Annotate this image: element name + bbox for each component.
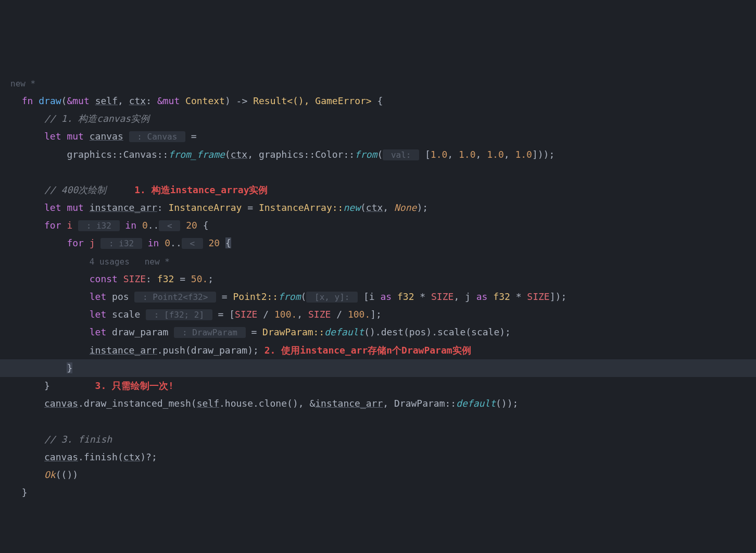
- draw-param-var: draw_param: [112, 326, 168, 337]
- new-fn: new: [343, 202, 360, 213]
- keyword-in: in: [148, 237, 159, 248]
- keyword-mut: mut: [67, 202, 84, 213]
- comment-3: // 3. finish: [44, 434, 112, 445]
- annotation-3: 3. 只需绘制一次!: [95, 380, 174, 391]
- canvas-ref: canvas: [44, 398, 78, 409]
- instance-arr-ref: instance_arr: [315, 398, 383, 409]
- j-var: j: [90, 237, 95, 248]
- top-hint: new *: [10, 79, 35, 89]
- div: /: [263, 309, 269, 320]
- div: /: [336, 309, 342, 320]
- i32-hint: : i32: [78, 220, 119, 231]
- ref-mut: &mut: [67, 95, 89, 106]
- keyword-mut: mut: [67, 131, 84, 142]
- size-const: SIZE: [123, 273, 146, 284]
- ref-mut: &mut: [157, 95, 180, 106]
- eq: =: [218, 309, 224, 320]
- drawparam-hint: : DrawParam: [174, 327, 245, 338]
- num: 100.: [274, 309, 297, 320]
- size-ref: SIZE: [431, 291, 453, 302]
- eq: =: [251, 326, 257, 337]
- num: 50.: [191, 273, 208, 284]
- eq: =: [191, 131, 197, 142]
- num: 1.0: [431, 149, 448, 160]
- none-variant: None: [394, 202, 417, 213]
- pos-var: pos: [112, 291, 129, 302]
- drawparam-ctor: DrawParam::: [262, 326, 324, 337]
- push-call: .push(draw_param);: [157, 345, 259, 356]
- canvas-var: canvas: [90, 131, 123, 142]
- keyword-for: for: [44, 220, 61, 231]
- point2-hint: : Point2<f32>: [134, 292, 216, 303]
- keyword-in: in: [125, 220, 136, 231]
- keyword-for: for: [67, 237, 84, 248]
- house-clone: .house.clone(), &: [219, 398, 315, 409]
- from-frame-fn: from_frame: [168, 149, 224, 160]
- ctor: InstanceArray::: [259, 202, 344, 213]
- end: )?;: [140, 451, 157, 462]
- keyword-fn: fn: [22, 95, 33, 106]
- self-ref: self: [197, 398, 219, 409]
- num: 20: [186, 220, 197, 231]
- ok-body: (()): [56, 469, 78, 480]
- comment-2: // 400次绘制: [44, 184, 106, 195]
- finish-call: .finish(: [78, 451, 123, 462]
- i32-hint: : i32: [100, 238, 142, 249]
- eq: =: [247, 202, 253, 213]
- keyword-as: as: [380, 291, 392, 302]
- xy-hint: [x, y]:: [306, 292, 358, 303]
- num: 1.0: [515, 149, 532, 160]
- usages-hint: 4 usages new *: [90, 257, 170, 267]
- type-hint-canvas: : Canvas: [129, 131, 185, 142]
- return-type: Result<(), GameError>: [253, 95, 372, 106]
- color-path: graphics::Color::: [259, 149, 355, 160]
- ok-variant: Ok: [44, 469, 56, 480]
- ctx-arg: ctx: [231, 149, 248, 160]
- keyword-const: const: [90, 273, 118, 284]
- arr-hint: : [f32; 2]: [146, 309, 212, 320]
- num: 1.0: [459, 149, 476, 160]
- i-var: i: [67, 220, 72, 231]
- ctx-param: ctx: [129, 95, 146, 106]
- instance-arr-ref: instance_arr: [90, 345, 157, 356]
- function-name: draw: [39, 95, 61, 106]
- star: *: [516, 291, 522, 302]
- from-fn: from: [278, 291, 300, 302]
- annotation-2: 2. 使用instance_arr存储n个DrawParam实例: [264, 345, 471, 356]
- num: 0: [165, 237, 170, 248]
- i-ref: i: [369, 291, 375, 302]
- path: graphics::Canvas::: [67, 149, 168, 160]
- num: 100.: [348, 309, 370, 320]
- size-ref: SIZE: [527, 291, 549, 302]
- chain-call: .dest(pos).scale(scale);: [375, 326, 511, 337]
- keyword-let: let: [44, 202, 61, 213]
- j-ref: j: [465, 291, 471, 302]
- point2-ctor: Point2::: [233, 291, 278, 302]
- keyword-let: let: [90, 309, 107, 320]
- default-fn: default: [456, 398, 496, 409]
- size-ref: SIZE: [308, 309, 331, 320]
- keyword-let: let: [90, 291, 107, 302]
- keyword-let: let: [44, 131, 61, 142]
- keyword-as: as: [476, 291, 488, 302]
- annotation-1: 1. 构造instance_array实例: [134, 184, 268, 195]
- from-fn: from: [355, 149, 377, 160]
- context-type: Context: [185, 95, 225, 106]
- ctx-arg: ctx: [366, 202, 383, 213]
- f32-type: f32: [493, 291, 510, 302]
- lt-hint: <: [159, 220, 180, 231]
- drawparam-path: , DrawParam::: [383, 398, 456, 409]
- num: 1.0: [487, 149, 504, 160]
- ctx-ref: ctx: [123, 451, 141, 462]
- size-ref: SIZE: [235, 309, 257, 320]
- comment-1: // 1. 构造canvas实例: [44, 113, 149, 124]
- scale-var: scale: [112, 309, 140, 320]
- num: 20: [209, 237, 220, 248]
- instance-array-type: InstanceArray: [168, 202, 242, 213]
- f32-type: f32: [397, 291, 414, 302]
- f32-type: f32: [157, 273, 174, 284]
- code-editor[interactable]: new * fn draw(&mut self, ctx: &mut Conte…: [10, 74, 746, 502]
- default-fn: default: [324, 326, 364, 337]
- lt-hint: <: [182, 238, 203, 249]
- canvas-ref: canvas: [44, 451, 78, 462]
